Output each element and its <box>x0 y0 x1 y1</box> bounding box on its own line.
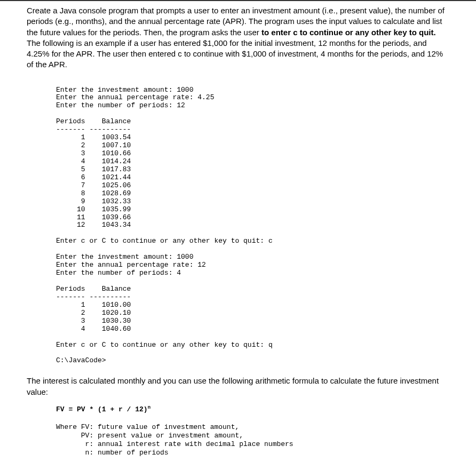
formula-exponent: n <box>148 405 150 410</box>
formula-block: FV = PV * (1 + r / 12)n Where FV: future… <box>56 405 449 458</box>
val-periods-1: 12 <box>177 101 185 109</box>
val-periods-2: 4 <box>177 269 181 277</box>
continue-val-1: c <box>268 237 273 245</box>
continue-prompt-2: Enter c or C to continue or any other ke… <box>56 341 268 349</box>
formula-line: FV = PV * (1 + r / 12) <box>56 405 148 413</box>
table-row: 2 1020.10 <box>56 309 131 317</box>
where-line-3: r: annual interest rate with decimal pla… <box>56 440 293 448</box>
console-output: Enter the investment amount: 1000 Enter … <box>56 86 449 365</box>
prompt-periods-1: Enter the number of periods: <box>56 101 177 109</box>
where-line-4: n: number of periods <box>56 449 169 457</box>
table-row: 4 1040.60 <box>56 325 131 333</box>
table-row: 1 1003.54 <box>56 133 131 141</box>
table-row: 7 1025.06 <box>56 181 131 189</box>
table-row: 10 1035.99 <box>56 205 131 213</box>
table-header-1: Periods Balance <box>56 117 131 125</box>
table-divider-1: ------- ---------- <box>56 125 131 133</box>
cwd-prompt: C:\JavaCode> <box>56 356 106 364</box>
table-row: 9 1032.33 <box>56 197 131 205</box>
table-row: 3 1030.30 <box>56 317 131 325</box>
continue-val-2: q <box>268 341 273 349</box>
table-row: 3 1010.66 <box>56 149 131 157</box>
val-invest-1: 1000 <box>177 86 193 94</box>
intro-text-c: The following is an example if a user ha… <box>27 38 443 69</box>
table-divider-2: ------- ---------- <box>56 293 131 301</box>
val-apr-2: 12 <box>197 261 206 269</box>
table-row: 2 1007.10 <box>56 141 131 149</box>
where-line-1: Where FV: future value of investment amo… <box>56 423 239 431</box>
table-row: 1 1010.00 <box>56 301 131 309</box>
continue-prompt-1: Enter c or C to continue or any other ke… <box>56 237 268 245</box>
table-row: 6 1021.44 <box>56 173 131 181</box>
where-line-2: PV: present value or investment amount, <box>56 432 243 440</box>
val-apr-1: 4.25 <box>197 93 214 101</box>
table-row: 5 1017.83 <box>56 165 131 173</box>
table-row: 12 1043.34 <box>56 221 131 229</box>
prompt-invest-1: Enter the investment amount: <box>56 86 177 94</box>
explanation-text: The interest is calculated monthly and y… <box>27 376 449 397</box>
problem-statement: Create a Java console program that promp… <box>27 5 449 70</box>
prompt-periods-2: Enter the number of periods: <box>56 269 177 277</box>
table-row: 11 1039.66 <box>56 213 131 221</box>
table-header-2: Periods Balance <box>56 285 131 293</box>
table-row: 4 1014.24 <box>56 157 131 165</box>
val-invest-2: 1000 <box>177 253 193 261</box>
prompt-apr-1: Enter the annual percentage rate: <box>56 93 197 101</box>
prompt-invest-2: Enter the investment amount: <box>56 253 177 261</box>
table-row: 8 1028.69 <box>56 189 131 197</box>
intro-text-bold: to enter c to continue or any other key … <box>261 28 436 37</box>
prompt-apr-2: Enter the annual percentage rate: <box>56 261 197 269</box>
